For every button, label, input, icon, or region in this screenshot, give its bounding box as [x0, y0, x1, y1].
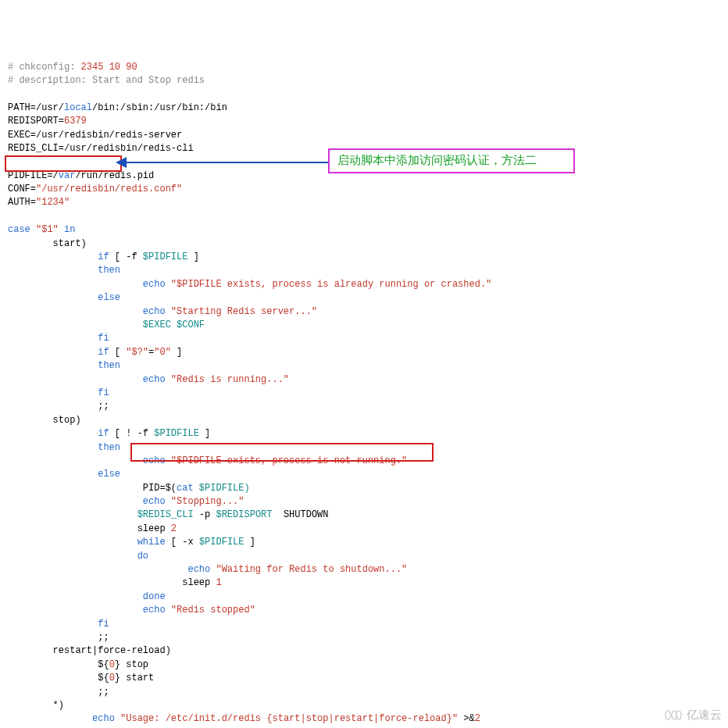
code-text: echo	[187, 564, 210, 575]
code-text: "Stopping..."	[166, 496, 244, 507]
code-text	[8, 347, 98, 358]
code-text: [ -x	[166, 537, 199, 548]
code-text: 0	[109, 659, 115, 670]
code-text	[8, 619, 98, 630]
code-text: else	[98, 292, 120, 303]
code-text: 0	[109, 673, 115, 683]
code-text: "0"	[154, 347, 171, 358]
code-text: # description: Start and Stop redis	[8, 75, 205, 86]
code-text: ;;	[8, 401, 109, 412]
code-text: } stop	[115, 659, 148, 670]
code-text: fi	[98, 387, 109, 398]
code-text: REDIS_CLI=/usr/redisbin/redis-cli	[8, 143, 194, 154]
code-text: $PIDFILE	[199, 537, 244, 548]
code-text: "$PIDFILE exists, process is not running…	[166, 455, 408, 466]
code-text: ${	[8, 673, 109, 683]
code-text: while	[137, 537, 166, 548]
code-text: $PIDFILE	[154, 428, 199, 439]
code-text	[8, 605, 143, 616]
code-text	[8, 442, 98, 453]
code-block: # chkconfig: 2345 10 90 # description: S…	[8, 61, 720, 728]
code-text: then	[98, 265, 120, 276]
code-text: "$PIDFILE exists, process is already run…	[166, 279, 492, 290]
code-text: ;;	[8, 687, 109, 698]
code-text: then	[98, 442, 120, 453]
code-text: $PIDFILE	[143, 252, 188, 262]
code-text: local	[64, 102, 92, 113]
code-text: "Waiting for Redis to shutdown..."	[210, 564, 407, 575]
code-text: echo	[143, 374, 166, 385]
code-text	[8, 279, 143, 290]
code-text: echo	[143, 496, 166, 507]
code-text: sleep	[8, 523, 171, 534]
code-text: $PIDFILE)	[194, 483, 250, 494]
code-text: ]	[244, 537, 255, 548]
code-text	[8, 469, 98, 480]
code-text: if	[98, 252, 109, 262]
code-text: 1	[216, 577, 221, 588]
code-text: var	[59, 170, 76, 181]
code-text: -p	[194, 509, 216, 520]
code-text	[8, 360, 98, 371]
code-text: CONF=	[8, 184, 36, 194]
code-text: [ -f	[109, 252, 143, 262]
code-text: $EXEC	[143, 319, 171, 330]
code-text: 6379	[64, 116, 87, 127]
code-text: SHUTDOWN	[272, 509, 328, 520]
code-text	[8, 551, 137, 562]
code-text	[8, 265, 98, 276]
code-text: } start	[115, 673, 154, 683]
code-text: done	[143, 591, 166, 602]
code-text	[8, 713, 92, 724]
code-text: ]	[199, 428, 210, 439]
code-text: echo	[143, 605, 166, 616]
code-text: echo	[143, 455, 166, 466]
code-text: "1234"	[36, 197, 70, 208]
code-text: then	[98, 360, 120, 371]
code-text: REDISPORT=	[8, 116, 64, 127]
code-text: *)	[8, 700, 64, 711]
code-text	[8, 537, 137, 548]
code-text: "/usr/redisbin/redis.conf"	[36, 184, 182, 194]
code-text: sleep	[8, 577, 216, 588]
code-text	[8, 591, 143, 602]
code-text	[8, 428, 98, 439]
code-text	[8, 319, 143, 330]
code-text: fi	[98, 619, 109, 630]
code-text: # chkconfig:	[8, 62, 75, 73]
code-text: PIDFILE=/	[8, 170, 59, 181]
code-text	[8, 252, 98, 262]
code-text: $CONF	[171, 319, 205, 330]
code-text: restart|force-reload)	[8, 645, 171, 656]
code-text: $REDISPORT	[216, 509, 272, 520]
code-text	[8, 374, 143, 385]
code-text: PATH=/usr/	[8, 102, 64, 113]
code-text	[8, 387, 98, 398]
code-text: stop)	[8, 415, 81, 426]
code-text: ]	[171, 347, 182, 358]
code-text	[8, 564, 187, 575]
code-text: in	[64, 224, 75, 235]
code-text: cat	[177, 483, 194, 494]
code-text: "Starting Redis server..."	[166, 306, 317, 317]
code-text: EXEC=/usr/redisbin/redis-server	[8, 130, 182, 141]
code-text	[8, 455, 143, 466]
code-text: echo	[143, 306, 166, 317]
code-text: AUTH=	[8, 197, 36, 208]
code-text: /bin:/sbin:/usr/bin:/bin	[92, 102, 227, 113]
code-text	[8, 292, 98, 303]
code-text: if	[98, 428, 109, 439]
code-text: start)	[8, 238, 87, 249]
code-text: "Redis stopped"	[166, 605, 255, 616]
code-text: $REDIS_CLI	[137, 509, 194, 520]
code-text: "$?"	[126, 347, 148, 358]
code-text: "Usage: /etc/init.d/redis {start|stop|re…	[115, 713, 458, 724]
code-text: PID=$(	[8, 483, 177, 494]
code-text: ]	[187, 252, 198, 262]
code-text: else	[98, 469, 120, 480]
code-text: [	[109, 347, 127, 358]
code-text: echo	[92, 713, 115, 724]
code-text: 2	[171, 523, 177, 534]
code-text: echo	[143, 279, 166, 290]
code-text	[8, 306, 143, 317]
